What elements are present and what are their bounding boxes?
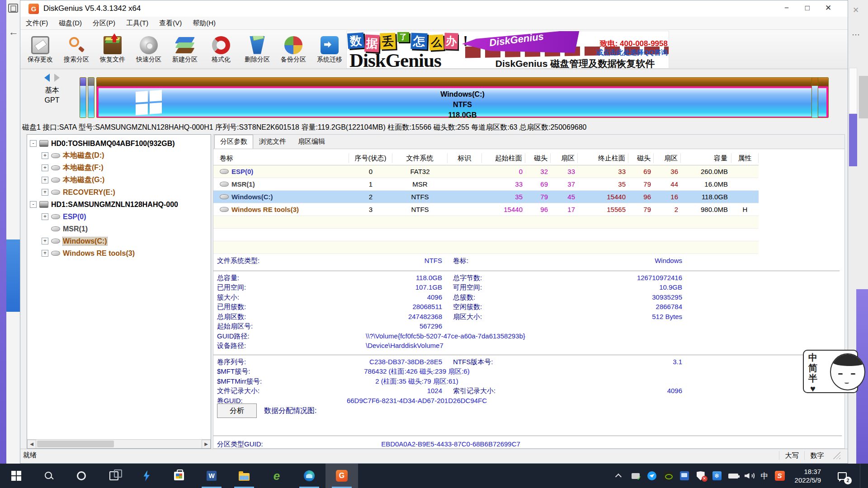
expand-icon[interactable]: +	[42, 177, 48, 183]
taskbar-app-thunder[interactable]	[130, 464, 163, 488]
dingtalk-icon	[647, 471, 656, 480]
scroll-right-icon[interactable]: ▶	[202, 440, 211, 449]
tree-item-windows-re-tools[interactable]: + Windows RE tools(3)	[27, 247, 211, 259]
taskbar-app-browser-360[interactable]: e	[260, 464, 293, 488]
tray-intel-graphics[interactable]	[679, 471, 689, 481]
tray-defender[interactable]: ✕	[696, 471, 706, 481]
expand-icon[interactable]: +	[42, 189, 48, 196]
banner-qq-link[interactable]: 或点击此处选择QQ咨询	[591, 48, 668, 57]
menu-help[interactable]: 帮助(H)	[187, 17, 221, 29]
ime-mode-cn[interactable]: 中	[808, 352, 817, 363]
table-row-windows-c-selected[interactable]: Windows(C:) 2 NTFS 35 79 45 15440 96 16 …	[213, 191, 759, 203]
ime-status-widget[interactable]: 中 简 半 ♥	[803, 350, 858, 393]
next-disk-arrow-icon[interactable]	[54, 74, 60, 82]
menu-disk[interactable]: 磁盘(D)	[53, 17, 87, 29]
expand-icon[interactable]: +	[42, 238, 48, 244]
tab-partition-params[interactable]: 分区参数	[214, 135, 253, 149]
taskbar-clock[interactable]: 18:37 2022/5/9	[795, 467, 821, 484]
search-partition-button[interactable]: 搜索分区	[58, 32, 94, 68]
scroll-left-icon[interactable]: ◀	[27, 440, 36, 449]
tray-dingtalk[interactable]	[647, 471, 657, 481]
tree-item-msr[interactable]: MSR(1)	[27, 223, 211, 235]
banner-tile: 怎	[410, 33, 427, 49]
taskbar-app-file-explorer[interactable]	[228, 464, 260, 488]
table-row-esp[interactable]: ESP(0) 0 FAT32 0 32 33 33 69 36 260.0MB	[213, 165, 759, 178]
menu-partition[interactable]: 分区(P)	[87, 17, 121, 29]
menu-tools[interactable]: 工具(T)	[121, 17, 154, 29]
ime-heart-icon[interactable]: ♥	[808, 384, 817, 394]
tree-item-hd1[interactable]: - HD1:SAMSUNGMZNLN128HAHQ-000	[27, 198, 211, 211]
volume-icon	[51, 190, 60, 195]
edge-icon	[304, 470, 315, 481]
expand-icon[interactable]: +	[42, 164, 48, 171]
maximize-button[interactable]: □	[797, 0, 818, 17]
action-center-button[interactable]: 2	[831, 464, 854, 488]
resize-grip[interactable]	[833, 452, 840, 459]
tree-item-hd0[interactable]: - HD0:TOSHIBAMQ04ABF100(932GB)	[27, 137, 211, 150]
tray-printer[interactable]	[631, 471, 641, 481]
menu-file[interactable]: 文件(F)	[20, 17, 53, 29]
tree-item-windows-c[interactable]: + Windows(C:)	[27, 235, 211, 247]
expand-icon[interactable]: +	[42, 152, 48, 159]
taskbar-app-edge[interactable]	[293, 464, 326, 488]
cortana-button[interactable]	[65, 464, 98, 488]
backup-partition-button[interactable]: 备份分区	[275, 32, 311, 68]
ime-mode-halfwidth[interactable]: 半	[808, 373, 817, 384]
expand-icon[interactable]: +	[42, 213, 48, 220]
table-row-msr[interactable]: MSR(1) 1 MSR 33 69 37 35 79 44 16.0MB	[213, 178, 759, 191]
collapse-icon[interactable]: -	[30, 201, 37, 208]
tree-item-local-g[interactable]: + 本地磁盘(G:)	[27, 174, 211, 186]
delete-partition-button[interactable]: 删除分区	[239, 32, 275, 68]
menu-bar: 文件(F) 磁盘(D) 分区(P) 工具(T) 查看(V) 帮助(H)	[20, 17, 848, 29]
taskbar-app-store[interactable]	[163, 464, 195, 488]
ime-indicator[interactable]: 中	[761, 471, 769, 481]
collapse-icon[interactable]: -	[30, 140, 37, 147]
tray-sogou[interactable]: S	[775, 471, 785, 481]
tree-horizontal-scrollbar[interactable]: ◀ ▶	[27, 439, 211, 448]
new-partition-button[interactable]: 新建分区	[167, 32, 203, 68]
tree-item-esp[interactable]: + ESP(0)	[27, 211, 211, 223]
printer-check-icon	[632, 473, 640, 479]
task-view-button[interactable]	[98, 464, 130, 488]
tray-nvidia[interactable]	[663, 471, 673, 481]
start-button[interactable]	[0, 464, 33, 488]
partition-bar-windows-c[interactable]: Windows(C:) NTFS 118.0GB	[96, 77, 829, 118]
quick-partition-button[interactable]: 快速分区	[131, 32, 167, 68]
close-button[interactable]: ✕	[818, 0, 839, 17]
ime-mode-simplified[interactable]: 简	[808, 363, 817, 373]
system-migration-button[interactable]: 系统迁移	[311, 32, 348, 68]
banner-ad[interactable]: 数 据 丢 了 怎 么 办 ！ DiskGenius DiskGenius 致电…	[346, 31, 669, 69]
banner-tile: 数	[347, 33, 364, 49]
scrollbar-track[interactable]	[36, 440, 202, 448]
format-button[interactable]: 格式化	[203, 32, 239, 68]
partition-bar-fs: NTFS	[99, 99, 826, 110]
taskbar-app-diskgenius[interactable]: G	[326, 464, 358, 488]
tree-item-local-d[interactable]: + 本地磁盘(D:)	[27, 150, 211, 162]
partition-sliver-msr[interactable]	[88, 77, 94, 118]
tray-volume[interactable]	[745, 471, 755, 481]
tree-item-recovery-e[interactable]: + RECOVERY(E:)	[27, 186, 211, 198]
expand-icon[interactable]: +	[42, 250, 48, 257]
save-changes-button[interactable]: 保存更改	[22, 32, 58, 68]
app-logo-icon	[28, 4, 39, 14]
recover-files-button[interactable]: 恢复文件	[94, 32, 131, 68]
prev-disk-arrow-icon[interactable]	[44, 74, 50, 82]
show-desktop-button[interactable]	[860, 464, 863, 488]
analyze-button[interactable]: 分析	[217, 404, 257, 418]
tab-browse-files[interactable]: 浏览文件	[253, 135, 292, 149]
tab-sector-edit[interactable]: 扇区编辑	[292, 135, 331, 149]
partition-sliver-esp[interactable]	[80, 77, 86, 118]
tray-snowflake-app[interactable]: ❄	[712, 471, 722, 481]
status-bar: 就绪 大写 数字	[20, 449, 848, 461]
tree-item-local-f[interactable]: + 本地磁盘(F:)	[27, 162, 211, 174]
tray-expand-button[interactable]	[614, 471, 624, 481]
tray-battery[interactable]	[728, 471, 738, 481]
taskbar-app-word[interactable]: W	[195, 464, 228, 488]
format-icon	[212, 36, 230, 54]
menu-view[interactable]: 查看(V)	[154, 17, 187, 29]
table-row-windows-re-tools[interactable]: Windows RE tools(3) 3 NTFS 15440 96 17 1…	[213, 203, 759, 216]
partition-sliver-re-tools[interactable]	[811, 77, 818, 118]
taskbar-search-button[interactable]	[33, 464, 65, 488]
scrollbar-thumb[interactable]	[37, 441, 114, 447]
minimize-button[interactable]: −	[776, 0, 797, 17]
